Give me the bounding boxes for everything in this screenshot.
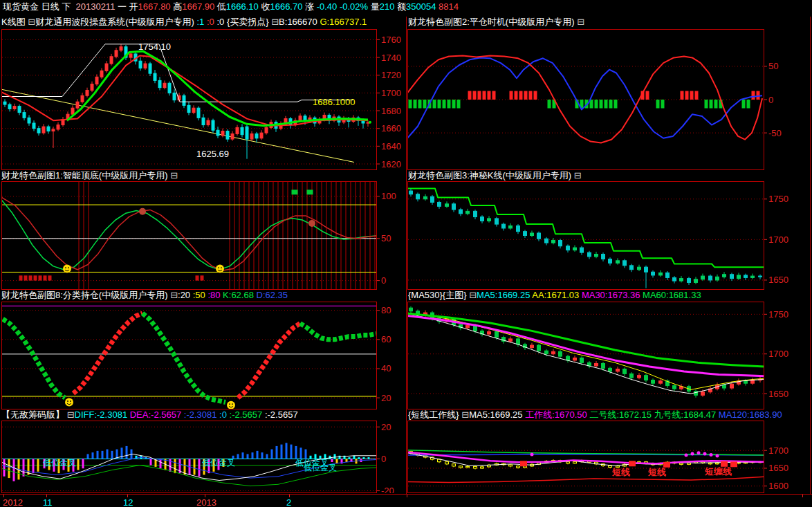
svg-text:短线: 短线: [611, 467, 630, 477]
text-segment: MA120:1683.90: [719, 409, 782, 420]
text-segment: :80: [207, 290, 223, 300]
collapse-icon[interactable]: ⊟: [170, 290, 178, 300]
text-segment: {MA530}{主图}: [408, 290, 469, 300]
svg-text:1750: 1750: [768, 309, 788, 320]
panel-shortline-workline-plot: 170016501600短线短线短缠线: [407, 421, 812, 493]
collapse-icon[interactable]: ⊟: [67, 409, 75, 420]
text-segment: K:62.68: [223, 290, 256, 300]
svg-text:1720: 1720: [381, 70, 401, 80]
ma530-main-chart[interactable]: 175017001650: [407, 302, 812, 409]
collapse-icon[interactable]: ⊟: [469, 290, 477, 300]
panel-position-classify: 财龙特色副图8:分类持仓(中级版用户专用) ⊟:20 :50 :80 K:62.…: [0, 290, 407, 409]
text-segment: :-2.5657: [265, 409, 298, 420]
collapse-icon[interactable]: ⊟: [574, 170, 582, 181]
time-label: 12: [123, 497, 133, 507]
text-segment: -0.40: [317, 1, 340, 12]
chips-macd-chart[interactable]: 200-20低位金叉低位金叉低位金叉低位金叉: [1, 421, 405, 493]
panel-pingcang-timing: 财龙特色副图2:平仓时机(中级版用户专用) ⊟ 500-50: [407, 17, 812, 170]
text-segment: :0: [216, 17, 226, 27]
panel-shortline-workline-header: {短线工作线} ⊟MA5:1669.25 工作线:1670.50 二号线:167…: [407, 409, 812, 421]
panel-mystery-kline: 财龙特色副图3:神秘K线(中级版用户专用) ⊟ 175017001650: [407, 170, 812, 290]
svg-text:1625.69: 1625.69: [196, 149, 229, 159]
text-segment: :50: [193, 290, 208, 300]
text-segment: 财龙特色副图3:神秘K线(中级版用户专用): [408, 170, 574, 181]
svg-text:0: 0: [768, 95, 773, 105]
text-segment: 财龙特色副图8:分类持仓(中级版用户专用): [1, 290, 170, 300]
text-segment: 量: [371, 1, 380, 12]
text-segment: 现货黄金: [3, 1, 41, 12]
text-segment: 1667.90: [182, 1, 217, 12]
text-segment: :1: [196, 17, 206, 27]
mystery-kline-chart[interactable]: 175017001650: [407, 181, 812, 290]
svg-text:1754.10: 1754.10: [138, 42, 171, 52]
svg-text:1650: 1650: [768, 463, 788, 473]
svg-text:1740: 1740: [381, 53, 401, 63]
panel-smart-topbottom-plot: 100500: [1, 181, 405, 290]
panel-chips-macd-plot: 200-20低位金叉低位金叉低位金叉低位金叉: [1, 421, 405, 493]
svg-text:低位金叉: 低位金叉: [43, 458, 76, 468]
time-axis[interactable]: 2012111220132: [0, 494, 812, 507]
axis-tick: [407, 495, 407, 497]
smiley-signal-icon: [227, 401, 235, 409]
smart-topbottom-chart[interactable]: 100500: [1, 181, 405, 290]
window-right-border: [810, 17, 811, 494]
text-segment: 低: [217, 1, 226, 12]
text-segment: K线图: [1, 17, 28, 27]
svg-text:1760: 1760: [381, 35, 401, 45]
text-segment: DEA:-2.5657: [130, 409, 184, 420]
text-segment: 财龙通用波段操盘系统(中级版用户专用): [35, 17, 196, 27]
smiley-signal-icon: [63, 265, 71, 273]
collapse-icon[interactable]: ⊟: [271, 17, 279, 27]
pingcang-timing-chart[interactable]: 500-50: [407, 29, 812, 170]
text-segment: {买卖拐点}: [227, 17, 271, 27]
column-divider: [406, 17, 407, 494]
smiley-signal-icon: [65, 398, 73, 407]
panel-ma530-main: {MA530}{主图} ⊟MA5:1669.25 AA:1671.03 MA30…: [407, 290, 812, 409]
text-segment: 下: [62, 1, 75, 12]
svg-text:1650: 1650: [768, 275, 788, 285]
svg-text:低位金叉: 低位金叉: [202, 458, 235, 468]
time-label: 2012: [3, 497, 23, 507]
svg-text:短线: 短线: [647, 467, 666, 477]
text-segment: -0.02%: [340, 1, 371, 12]
panel-chips-macd-header: 【无敌筹码版】 ⊟DIFF:-2.3081 DEA:-2.5657 :-2.30…: [0, 409, 407, 421]
time-label: 2: [286, 497, 291, 507]
text-segment: 1666.10: [226, 1, 261, 12]
svg-text:100: 100: [381, 191, 396, 201]
svg-text:1700: 1700: [768, 349, 788, 359]
quote-bar: 现货黄金 日线 下 20130211 一 开1667.80 高1667.90 低…: [0, 0, 812, 15]
panel-main-kline-plot: 176017401720170016801660164016201754.101…: [1, 29, 405, 170]
text-segment: 开: [129, 1, 138, 12]
svg-text:1700: 1700: [381, 88, 401, 98]
svg-text:20: 20: [381, 393, 391, 403]
text-segment: :20: [178, 290, 193, 300]
text-segment: 1667.80: [138, 1, 174, 12]
panel-position-classify-plot: 80604020: [1, 302, 405, 409]
svg-text:20: 20: [381, 422, 391, 432]
panel-smart-topbottom: 财龙特色副图1:智能顶底(中级版用户专用) ⊟ 100500: [0, 170, 407, 290]
collapse-icon[interactable]: ⊟: [577, 17, 584, 27]
shortline-workline-chart[interactable]: 170016501600短线短线短缠线: [407, 421, 812, 493]
text-segment: MA5:1669.25: [477, 290, 532, 300]
text-segment: 工作线:1670.50: [525, 409, 589, 420]
text-segment: 一: [118, 1, 129, 12]
text-segment: 二号线:1672.15: [589, 409, 654, 420]
kline-main-chart[interactable]: 176017401720170016801660164016201754.101…: [1, 29, 405, 170]
panel-position-classify-header: 财龙特色副图8:分类持仓(中级版用户专用) ⊟:20 :50 :80 K:62.…: [0, 290, 407, 301]
text-segment: 1666.70: [270, 1, 305, 12]
collapse-icon[interactable]: ⊟: [170, 170, 178, 181]
text-segment: 20130211: [75, 1, 118, 12]
position-classify-chart[interactable]: 80604020: [1, 302, 405, 409]
axis-tick: [802, 495, 803, 497]
svg-text:0: 0: [381, 275, 386, 286]
collapse-icon[interactable]: ⊟: [461, 409, 469, 420]
collapse-icon[interactable]: ⊟: [28, 17, 35, 27]
panel-chips-macd: 【无敌筹码版】 ⊟DIFF:-2.3081 DEA:-2.5657 :-2.30…: [0, 409, 407, 494]
text-segment: 额: [397, 1, 406, 12]
text-segment: 210: [380, 1, 397, 12]
panel-ma530-main-plot: 175017001650: [407, 302, 812, 409]
svg-text:短缠线: 短缠线: [704, 466, 732, 477]
text-segment: AA:1671.03: [532, 290, 582, 300]
text-segment: :-2.3081: [184, 409, 219, 420]
panel-main-kline-header: K线图 ⊟财龙通用波段操盘系统(中级版用户专用) :1 :0 :0 {买卖拐点}…: [0, 17, 407, 28]
